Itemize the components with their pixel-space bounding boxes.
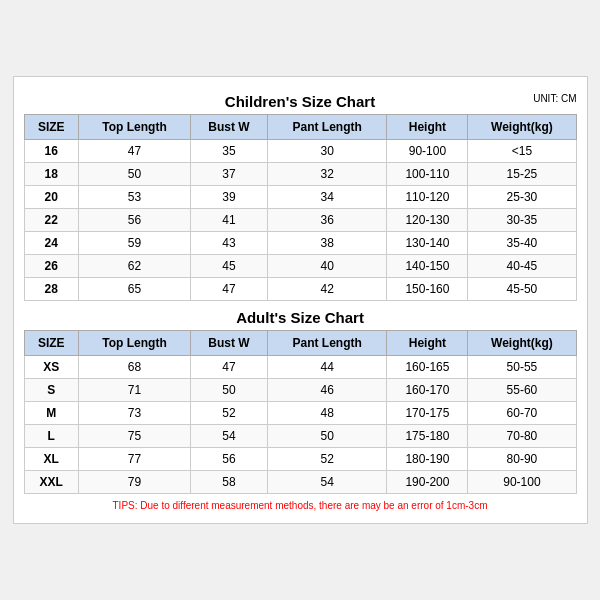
table-cell: 47 [78, 140, 190, 163]
table-row: 22564136120-13030-35 [24, 209, 576, 232]
table-row: S715046160-17055-60 [24, 379, 576, 402]
table-cell: 55-60 [468, 379, 576, 402]
table-cell: 22 [24, 209, 78, 232]
table-cell: 45 [191, 255, 268, 278]
table-cell: 140-150 [387, 255, 468, 278]
table-cell: 25-30 [468, 186, 576, 209]
table-cell: 16 [24, 140, 78, 163]
table-cell: 52 [191, 402, 268, 425]
table-cell: L [24, 425, 78, 448]
table-cell: 24 [24, 232, 78, 255]
table-cell: 39 [191, 186, 268, 209]
table-cell: 65 [78, 278, 190, 301]
column-header: Pant Length [267, 115, 387, 140]
table-cell: <15 [468, 140, 576, 163]
column-header: SIZE [24, 331, 78, 356]
table-cell: 160-170 [387, 379, 468, 402]
table-cell: M [24, 402, 78, 425]
table-cell: 79 [78, 471, 190, 494]
children-title: Children's Size Chart UNIT: CM [24, 87, 577, 114]
table-cell: 43 [191, 232, 268, 255]
column-header: Bust W [191, 331, 268, 356]
table-cell: 34 [267, 186, 387, 209]
table-cell: 100-110 [387, 163, 468, 186]
adult-title: Adult's Size Chart [24, 301, 577, 330]
table-cell: 38 [267, 232, 387, 255]
table-cell: 50 [78, 163, 190, 186]
table-row: 26624540140-15040-45 [24, 255, 576, 278]
table-cell: 50 [191, 379, 268, 402]
table-row: 20533934110-12025-30 [24, 186, 576, 209]
table-row: L755450175-18070-80 [24, 425, 576, 448]
table-cell: 54 [191, 425, 268, 448]
table-cell: 30-35 [468, 209, 576, 232]
table-cell: 170-175 [387, 402, 468, 425]
table-cell: 45-50 [468, 278, 576, 301]
unit-label: UNIT: CM [533, 93, 576, 104]
table-cell: XXL [24, 471, 78, 494]
adult-table-body: XS684744160-16550-55S715046160-17055-60M… [24, 356, 576, 494]
table-cell: 120-130 [387, 209, 468, 232]
column-header: Top Length [78, 331, 190, 356]
table-cell: 150-160 [387, 278, 468, 301]
table-cell: 73 [78, 402, 190, 425]
table-cell: 130-140 [387, 232, 468, 255]
table-row: 18503732100-11015-25 [24, 163, 576, 186]
table-cell: 46 [267, 379, 387, 402]
table-row: 24594338130-14035-40 [24, 232, 576, 255]
table-row: 1647353090-100<15 [24, 140, 576, 163]
table-cell: 180-190 [387, 448, 468, 471]
table-cell: 35-40 [468, 232, 576, 255]
table-cell: 28 [24, 278, 78, 301]
table-cell: 56 [191, 448, 268, 471]
table-cell: 70-80 [468, 425, 576, 448]
table-cell: 54 [267, 471, 387, 494]
table-cell: 77 [78, 448, 190, 471]
table-row: 28654742150-16045-50 [24, 278, 576, 301]
table-cell: 41 [191, 209, 268, 232]
table-row: XXL795854190-20090-100 [24, 471, 576, 494]
table-cell: 90-100 [387, 140, 468, 163]
column-header: Weight(kg) [468, 331, 576, 356]
children-header-row: SIZETop LengthBust WPant LengthHeightWei… [24, 115, 576, 140]
table-row: XL775652180-19080-90 [24, 448, 576, 471]
table-cell: 175-180 [387, 425, 468, 448]
table-cell: 18 [24, 163, 78, 186]
table-cell: 47 [191, 278, 268, 301]
column-header: SIZE [24, 115, 78, 140]
table-cell: 47 [191, 356, 268, 379]
table-row: XS684744160-16550-55 [24, 356, 576, 379]
chart-container: Children's Size Chart UNIT: CM SIZETop L… [13, 76, 588, 524]
table-cell: 68 [78, 356, 190, 379]
table-cell: 50-55 [468, 356, 576, 379]
table-cell: 15-25 [468, 163, 576, 186]
table-cell: 59 [78, 232, 190, 255]
table-cell: 37 [191, 163, 268, 186]
table-cell: 20 [24, 186, 78, 209]
adult-header-row: SIZETop LengthBust WPant LengthHeightWei… [24, 331, 576, 356]
table-cell: 44 [267, 356, 387, 379]
table-cell: 75 [78, 425, 190, 448]
table-cell: XL [24, 448, 78, 471]
table-cell: 62 [78, 255, 190, 278]
table-cell: 80-90 [468, 448, 576, 471]
table-cell: 50 [267, 425, 387, 448]
table-cell: 56 [78, 209, 190, 232]
table-row: M735248170-17560-70 [24, 402, 576, 425]
column-header: Bust W [191, 115, 268, 140]
column-header: Height [387, 331, 468, 356]
children-table-body: 1647353090-100<1518503732100-11015-25205… [24, 140, 576, 301]
table-cell: 110-120 [387, 186, 468, 209]
column-header: Pant Length [267, 331, 387, 356]
table-cell: XS [24, 356, 78, 379]
table-cell: 40-45 [468, 255, 576, 278]
table-cell: 48 [267, 402, 387, 425]
table-cell: 60-70 [468, 402, 576, 425]
tips-text: TIPS: Due to different measurement metho… [24, 494, 577, 513]
table-cell: 32 [267, 163, 387, 186]
table-cell: 36 [267, 209, 387, 232]
table-cell: 58 [191, 471, 268, 494]
table-cell: 90-100 [468, 471, 576, 494]
children-size-table: SIZETop LengthBust WPant LengthHeightWei… [24, 114, 577, 301]
column-header: Weight(kg) [468, 115, 576, 140]
